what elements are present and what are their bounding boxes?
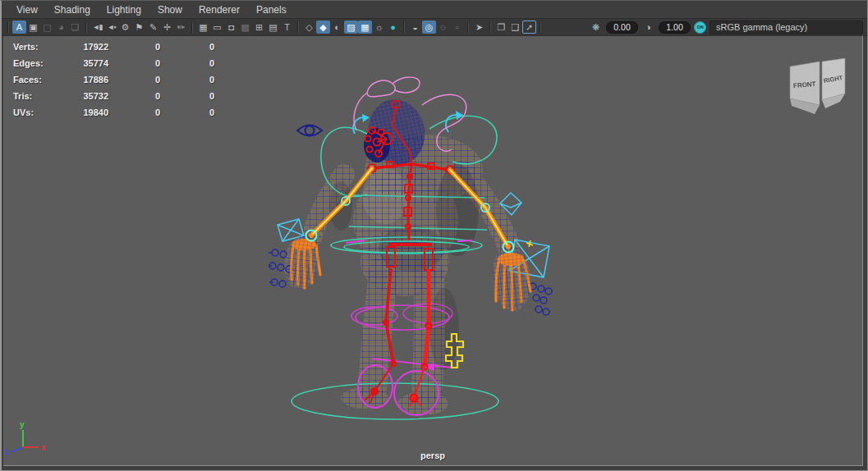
camera-icon[interactable]: ◄▮ (90, 21, 104, 34)
camera-name-label: persp (420, 450, 445, 460)
hud-label: Faces: (13, 75, 62, 85)
magenta-rings (346, 240, 472, 415)
toolbar-separator (297, 22, 299, 33)
exposure-aperture-icon[interactable]: ❋ (589, 21, 603, 34)
hud-label: UVs: (13, 107, 62, 117)
gamma-input[interactable] (659, 21, 691, 34)
character-head (362, 94, 430, 170)
hud-col2: 0 (108, 58, 160, 68)
marquee-select-icon[interactable]: ▣ (26, 21, 40, 34)
motion-blur-icon[interactable]: ◌ (436, 21, 450, 34)
grid-icon[interactable]: ▦ (196, 21, 210, 34)
shadows-icon[interactable]: ◒ (408, 21, 422, 34)
viewport-panel[interactable]: FRONT RIGHT y x z Verts: 17922 0 0 (3, 35, 863, 466)
image-plane-icon[interactable]: ▤ (266, 21, 280, 34)
field-chart-icon[interactable]: ⊞ (252, 21, 266, 34)
hud-total: 35774 (62, 58, 108, 68)
menu-show[interactable]: Show (149, 4, 191, 16)
camera-lock-icon[interactable]: ◄▪ (104, 21, 118, 34)
overlay-images-icon[interactable]: ❏ (68, 21, 82, 34)
hud-row-uvs: UVs: 19840 0 0 (13, 104, 214, 121)
axis-label-y: y (20, 420, 25, 429)
hud-col2: 0 (108, 75, 160, 85)
toolbar-separator (467, 22, 469, 33)
hand-wire-overlay (280, 231, 534, 313)
hud-label: Tris: (13, 91, 62, 101)
hud-col2: 0 (108, 107, 160, 117)
gate-mask-icon[interactable]: ▩ (238, 21, 252, 34)
shaded-cube-icon[interactable]: ◆ (316, 21, 330, 34)
menu-view[interactable]: View (8, 4, 46, 16)
toolbar-separator (191, 22, 193, 33)
letter-a-icon[interactable]: A (12, 21, 26, 34)
ssao-icon[interactable]: ◎ (422, 21, 436, 34)
camera-gear-icon[interactable]: ⚙ (118, 21, 132, 34)
character-wireframe (280, 135, 534, 415)
hand-finger-bones (292, 239, 530, 310)
view-transform-select[interactable]: sRGB gamma (legacy) (710, 21, 863, 34)
maya-viewport-window: View Shading Lighting Show Renderer Pane… (0, 0, 868, 471)
toolbar-separator (403, 22, 405, 33)
menu-panels[interactable]: Panels (248, 4, 295, 16)
snapshot-squares-icon[interactable]: ❑ (508, 21, 522, 34)
depth-of-field-icon[interactable]: ▫ (450, 21, 464, 34)
hud-total: 35732 (62, 91, 108, 101)
hud-col2: 0 (108, 42, 160, 52)
menu-renderer[interactable]: Renderer (191, 4, 248, 16)
hud-label: Edges: (13, 58, 62, 68)
toolbar-separator (540, 22, 541, 33)
view-cube: FRONT RIGHT (790, 58, 845, 114)
hud-col3: 0 (160, 42, 214, 52)
resolution-gate-icon[interactable]: ◘ (224, 21, 238, 34)
film-gate-icon[interactable]: ▭ (210, 21, 224, 34)
arm-bones (311, 168, 508, 247)
view-cube-front-face[interactable]: FRONT (793, 80, 816, 89)
checker-material-icon[interactable]: ▦ (358, 21, 372, 34)
view-cube-right-face[interactable]: RIGHT (823, 74, 843, 85)
light-icon[interactable]: ☼ (372, 21, 386, 34)
gamma-icon[interactable]: ◑ (641, 21, 655, 34)
textured-cube-icon[interactable]: ▨ (344, 21, 358, 34)
exposure-input[interactable] (606, 21, 638, 34)
hud-col3: 0 (160, 91, 214, 101)
wireframe-cube-icon[interactable]: ◇ (302, 21, 316, 34)
smooth-shade-icon[interactable]: ◐ (330, 21, 344, 34)
hud-col3: 0 (160, 75, 214, 85)
pan-zoom-icon[interactable]: ✛ (160, 21, 174, 34)
axis-label-z: z (4, 447, 8, 456)
pencil-icon[interactable]: ✏ (174, 21, 188, 34)
color-management-toggle[interactable]: ON (694, 21, 706, 34)
axis-label-x: x (41, 443, 46, 452)
bookmark-icon[interactable]: ⚑ (132, 21, 146, 34)
character-body (280, 94, 534, 415)
yellow-cross-marker (446, 240, 533, 368)
hud-text-icon[interactable]: T (280, 21, 294, 34)
hud-col3: 0 (160, 58, 214, 68)
hud-total: 17886 (62, 75, 108, 85)
joint-circles (306, 197, 514, 253)
toolbar-separator (7, 22, 9, 33)
lasso-select-icon[interactable]: ▢ (40, 21, 54, 34)
grease-pencil-icon[interactable]: ✎ (146, 21, 160, 34)
menu-shading[interactable]: Shading (46, 4, 99, 16)
skeleton-rig (365, 101, 454, 407)
zoom-region-icon[interactable]: ➚ (522, 21, 536, 34)
hud-row-verts: Verts: 17922 0 0 (13, 39, 214, 55)
isolate-select-icon[interactable]: ➤ (472, 21, 486, 34)
menu-lighting[interactable]: Lighting (99, 4, 149, 16)
hud-total: 17922 (62, 42, 108, 52)
axis-gizmo: y x z (4, 420, 46, 456)
duplicate-squares-icon[interactable]: ❐ (494, 21, 508, 34)
paint-select-icon[interactable]: ◕ (54, 21, 68, 34)
hud-col3: 0 (160, 107, 214, 117)
ik-control-shapes (278, 193, 549, 277)
finger-chain-circles (269, 249, 552, 315)
panel-menu-bar: View Shading Lighting Show Renderer Pane… (2, 1, 867, 18)
hud-label: Verts: (13, 42, 62, 52)
hud-row-faces: Faces: 17886 0 0 (13, 71, 214, 88)
toolbar-separator (489, 22, 491, 33)
lighting-dot-icon[interactable]: ● (386, 21, 400, 34)
toolbar-separator (85, 22, 87, 33)
hud-row-edges: Edges: 35774 0 0 (13, 55, 214, 71)
pink-curves (354, 77, 466, 151)
